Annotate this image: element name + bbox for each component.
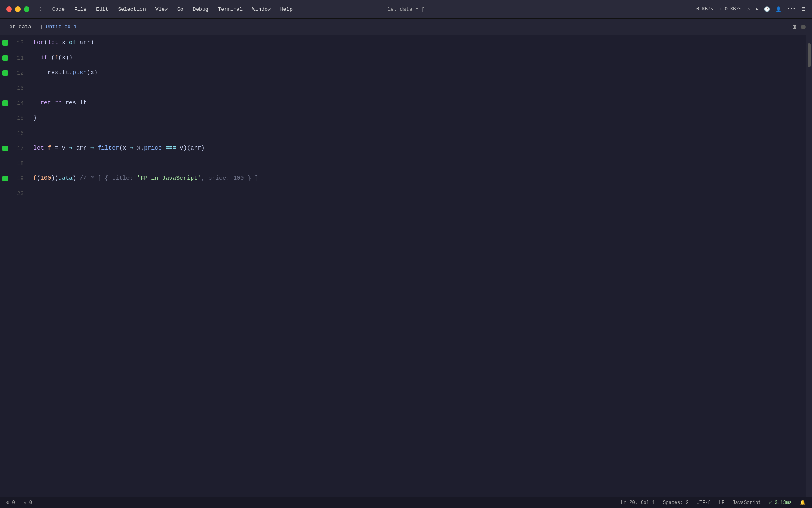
- statusbar: ⊗ 0 △ 0 Ln 20, Col 1 Spaces: 2 UTF-8 LF …: [0, 497, 812, 508]
- user-icon: 👤: [776, 6, 781, 12]
- breakpoint-column[interactable]: [0, 70, 10, 76]
- menu-code[interactable]: Code: [48, 5, 69, 14]
- menu-help[interactable]: Help: [276, 5, 297, 14]
- file-name[interactable]: Untitled-1: [46, 24, 77, 30]
- code-line: 13: [0, 81, 806, 96]
- line-number: 18: [10, 160, 30, 167]
- line-number: 11: [10, 55, 30, 61]
- breakpoint-column[interactable]: [0, 146, 10, 151]
- code-line: 17let f = v ⇒ arr ⇒ filter(x ⇒ x.price ≡…: [0, 141, 806, 156]
- menu-selection[interactable]: Selection: [114, 5, 149, 14]
- line-content[interactable]: for(let x of arr): [30, 35, 806, 50]
- line-number: 19: [10, 175, 30, 182]
- system-icons: ↑ 0 KB/s ↓ 0 KB/s ⚡ ↬ 🕐 👤 ••• ☰: [691, 6, 806, 12]
- menu-edit[interactable]: Edit: [92, 5, 112, 14]
- timing: ✓ 3.13ms: [769, 500, 792, 506]
- line-number: 12: [10, 70, 30, 76]
- code-line: 18: [0, 156, 806, 171]
- menu-debug[interactable]: Debug: [189, 5, 213, 14]
- code-line: 16: [0, 126, 806, 141]
- indentation[interactable]: Spaces: 2: [663, 500, 689, 506]
- menu-view[interactable]: View: [151, 5, 172, 14]
- line-number: 20: [10, 190, 30, 197]
- titlebar-left:  Code File Edit Selection View Go Debug…: [6, 5, 297, 14]
- split-editor-icon[interactable]: ⊞: [792, 23, 796, 31]
- titlebar-right: ↑ 0 KB/s ↓ 0 KB/s ⚡ ↬ 🕐 👤 ••• ☰: [691, 6, 806, 12]
- more-icon: •••: [787, 6, 796, 12]
- list-icon: ☰: [801, 6, 806, 12]
- menu-window[interactable]: Window: [248, 5, 275, 14]
- code-line: 19f(100)(data) // ? [ { title: 'FP in Ja…: [0, 171, 806, 186]
- statusbar-right: Ln 20, Col 1 Spaces: 2 UTF-8 LF JavaScri…: [621, 500, 806, 506]
- code-area[interactable]: 10for(let x of arr)11 if (f(x))12 result…: [0, 35, 806, 497]
- cursor-position[interactable]: Ln 20, Col 1: [621, 500, 655, 506]
- line-content[interactable]: result.push(x): [30, 65, 806, 81]
- code-line: 15}: [0, 111, 806, 126]
- notification-icon[interactable]: 🔔: [800, 500, 806, 506]
- tab-right: ⊞: [792, 23, 806, 31]
- menu-terminal[interactable]: Terminal: [214, 5, 247, 14]
- warning-icon: △: [23, 500, 26, 506]
- breakpoint-column[interactable]: [0, 55, 10, 61]
- line-content[interactable]: }: [30, 111, 806, 126]
- line-content[interactable]: f(100)(data) // ? [ { title: 'FP in Java…: [30, 171, 806, 186]
- kb-down-icon: ↓ 0 KB/s: [719, 6, 742, 12]
- breakpoint-column[interactable]: [0, 100, 10, 106]
- line-number: 16: [10, 130, 30, 137]
- minimize-button[interactable]: [15, 6, 21, 12]
- error-icon: ⊗: [6, 500, 9, 506]
- breakpoint-column[interactable]: [0, 40, 10, 46]
- code-line: 10for(let x of arr): [0, 35, 806, 50]
- tabbar: let data = [ Untitled-1 ⊞: [0, 19, 812, 35]
- tab-left: let data = [ Untitled-1: [6, 24, 77, 30]
- statusbar-left: ⊗ 0 △ 0: [6, 500, 32, 506]
- wifi-icon: ↬: [756, 6, 758, 12]
- menu-go[interactable]: Go: [173, 5, 188, 14]
- breakpoint-dot: [2, 70, 8, 76]
- line-content[interactable]: return result: [30, 96, 806, 111]
- battery-icon: ⚡: [747, 6, 750, 12]
- editor: 10for(let x of arr)11 if (f(x))12 result…: [0, 35, 812, 497]
- breakpoint-dot: [2, 40, 8, 46]
- line-number: 10: [10, 40, 30, 46]
- line-content[interactable]: let f = v ⇒ arr ⇒ filter(x ⇒ x.price ≡≡≡…: [30, 141, 806, 156]
- encoding[interactable]: UTF-8: [697, 500, 711, 506]
- menu-bar:  Code File Edit Selection View Go Debug…: [36, 5, 297, 14]
- breakpoint-dot: [2, 146, 8, 151]
- breadcrumb: let data = [ Untitled-1: [6, 24, 77, 30]
- line-number: 13: [10, 85, 30, 91]
- window-title: let data = [: [387, 6, 425, 12]
- traffic-lights: [6, 6, 29, 12]
- close-button[interactable]: [6, 6, 12, 12]
- code-line: 12 result.push(x): [0, 65, 806, 81]
- scrollbar-thumb[interactable]: [808, 43, 811, 67]
- code-line: 20: [0, 186, 806, 201]
- apple-menu[interactable]: : [36, 5, 47, 14]
- menu-file[interactable]: File: [70, 5, 90, 14]
- file-prefix: let data = [: [6, 24, 44, 30]
- breakpoint-dot: [2, 100, 8, 106]
- titlebar:  Code File Edit Selection View Go Debug…: [0, 0, 812, 19]
- dot-indicator: [801, 25, 806, 29]
- maximize-button[interactable]: [24, 6, 29, 12]
- kb-up-icon: ↑ 0 KB/s: [691, 6, 714, 12]
- language[interactable]: JavaScript: [732, 500, 761, 506]
- code-line: 14 return result: [0, 96, 806, 111]
- line-number: 14: [10, 100, 30, 106]
- line-number: 17: [10, 145, 30, 152]
- line-ending[interactable]: LF: [719, 500, 724, 506]
- scrollbar[interactable]: [806, 35, 812, 497]
- code-line: 11 if (f(x)): [0, 50, 806, 65]
- breakpoint-dot: [2, 176, 8, 181]
- line-content[interactable]: if (f(x)): [30, 50, 806, 65]
- clock-icon: 🕐: [764, 6, 770, 12]
- error-count[interactable]: ⊗ 0 △ 0: [6, 500, 32, 506]
- breakpoint-column[interactable]: [0, 176, 10, 181]
- line-number: 15: [10, 115, 30, 121]
- breakpoint-dot: [2, 55, 8, 61]
